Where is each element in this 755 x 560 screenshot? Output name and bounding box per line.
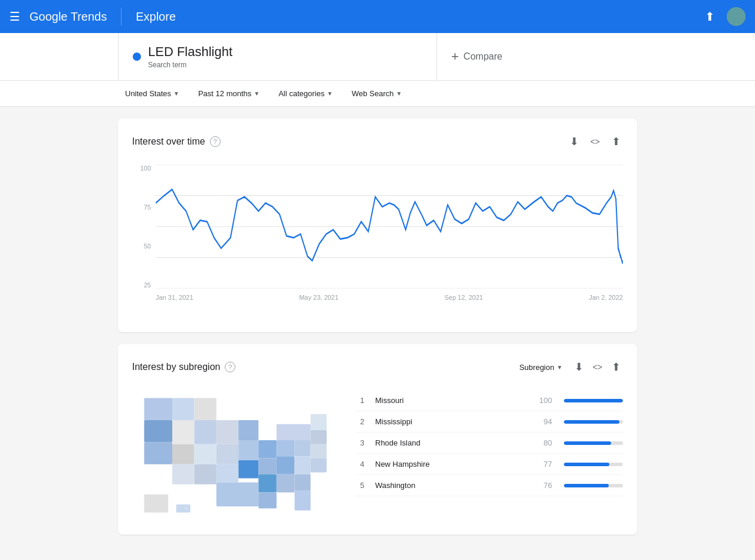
svg-rect-26: [277, 456, 295, 474]
subregion-content: 1 Missouri 100 2 Mississippi 94 3: [132, 390, 623, 520]
svg-rect-31: [311, 414, 327, 430]
x-label-may2021: May 23, 2021: [299, 294, 339, 301]
categories-filter[interactable]: All categories ▼: [271, 86, 340, 101]
time-filter[interactable]: Past 12 months ▼: [191, 86, 267, 101]
interest-by-subregion-header: Interest by subregion ? Subregion ▼ ⬇ <>…: [132, 358, 623, 376]
svg-rect-10: [172, 444, 194, 464]
svg-rect-16: [172, 464, 194, 484]
subregion-type-filter[interactable]: Subregion ▼: [514, 361, 567, 374]
compare-button[interactable]: + Compare: [451, 49, 503, 64]
rank-2: 2: [356, 417, 368, 426]
svg-rect-35: [216, 482, 258, 506]
filters-row: United States ▼ Past 12 months ▼ All cat…: [0, 81, 755, 107]
svg-rect-21: [216, 464, 238, 483]
svg-rect-19: [238, 440, 258, 460]
subregion-help-icon[interactable]: ?: [225, 362, 235, 372]
value-76: 76: [534, 481, 552, 490]
categories-chevron-icon: ▼: [327, 90, 333, 97]
subregion-item-4: 4 New Hampshire 77: [356, 454, 623, 475]
header-share-button[interactable]: ⬆: [703, 7, 717, 26]
us-map-svg: [132, 390, 333, 519]
bar-container-3: [564, 441, 623, 445]
x-label-jan2021: Jan 31, 2021: [156, 294, 193, 301]
svg-rect-17: [194, 464, 216, 484]
y-label-75: 75: [132, 204, 156, 211]
search-type-filter[interactable]: Web Search ▼: [344, 86, 409, 101]
compare-plus-icon: +: [451, 49, 459, 64]
value-94: 94: [534, 417, 552, 426]
search-term-info: LED Flashlight Search term: [148, 44, 232, 69]
svg-rect-37: [294, 490, 310, 510]
svg-rect-25: [277, 440, 295, 456]
google-trends-logo: Google Trends: [29, 10, 107, 24]
download-button[interactable]: ⬇: [567, 133, 581, 150]
svg-rect-9: [172, 420, 194, 444]
svg-rect-29: [294, 456, 310, 474]
chart-y-labels: 100 75 50 25: [132, 165, 156, 289]
header-divider: [121, 8, 122, 25]
share-button[interactable]: ⬆: [609, 133, 623, 150]
time-filter-label: Past 12 months: [198, 89, 251, 98]
svg-rect-38: [311, 459, 327, 473]
categories-filter-label: All categories: [278, 89, 324, 98]
subregion-download-button[interactable]: ⬇: [572, 358, 586, 376]
interest-over-time-help-icon[interactable]: ?: [210, 136, 221, 147]
svg-rect-13: [194, 444, 216, 464]
bar-5: [564, 484, 609, 487]
interest-over-time-header: Interest over time ? ⬇ <> ⬆: [132, 133, 623, 150]
rank-5: 5: [356, 481, 368, 490]
svg-rect-14: [216, 420, 238, 444]
rank-4: 4: [356, 460, 368, 469]
x-label-jan2022: Jan 2, 2022: [589, 294, 623, 301]
subregion-item-3: 3 Rhode Island 80: [356, 433, 623, 454]
y-label-50: 50: [132, 243, 156, 250]
svg-rect-15: [216, 444, 238, 464]
search-type-label: Web Search: [352, 89, 393, 98]
name-missouri: Missouri: [375, 396, 527, 405]
svg-rect-33: [311, 444, 327, 459]
value-100: 100: [534, 396, 552, 405]
subregion-type-label: Subregion: [519, 363, 554, 372]
svg-rect-8: [172, 398, 194, 420]
x-label-sep2021: Sep 12, 2021: [444, 294, 482, 301]
name-washington: Washington: [375, 481, 527, 490]
svg-rect-30: [294, 474, 310, 490]
region-filter-label: United States: [125, 89, 171, 98]
svg-rect-27: [277, 474, 295, 493]
interest-over-time-title: Interest over time ?: [132, 136, 221, 147]
us-map-container: [132, 390, 333, 520]
subregion-share-button[interactable]: ⬆: [609, 358, 623, 376]
name-mississippi: Mississippi: [375, 417, 527, 426]
svg-rect-11: [194, 398, 216, 420]
search-term-dot: [133, 53, 141, 61]
value-77: 77: [534, 460, 552, 469]
bar-container-5: [564, 484, 623, 487]
bar-4: [564, 463, 609, 466]
search-term-bar: LED Flashlight Search term + Compare: [0, 33, 755, 81]
search-term-subtitle: Search term: [148, 61, 232, 69]
svg-rect-18: [238, 420, 258, 440]
svg-rect-28: [294, 440, 310, 456]
sidebar-placeholder: [0, 33, 118, 80]
search-type-chevron-icon: ▼: [396, 90, 402, 97]
svg-rect-24: [258, 474, 277, 493]
svg-rect-7: [144, 442, 172, 464]
embed-button[interactable]: <>: [588, 135, 602, 149]
bar-2: [564, 420, 619, 424]
time-chevron-icon: ▼: [254, 90, 260, 97]
svg-rect-20: [238, 460, 258, 479]
svg-rect-5: [144, 398, 172, 420]
menu-icon[interactable]: ☰: [9, 9, 20, 24]
main-content: Interest over time ? ⬇ <> ⬆ 100 75 50 25: [0, 107, 755, 558]
svg-point-41: [184, 506, 188, 510]
region-filter[interactable]: United States ▼: [118, 86, 186, 101]
subregion-embed-button[interactable]: <>: [590, 360, 605, 374]
value-80: 80: [534, 438, 552, 447]
rank-1: 1: [356, 396, 368, 405]
subregion-item-1: 1 Missouri 100: [356, 390, 623, 411]
chart-x-labels: Jan 31, 2021 May 23, 2021 Sep 12, 2021 J…: [156, 289, 623, 306]
header-profile-button[interactable]: [727, 7, 746, 26]
interest-by-subregion-title: Interest by subregion ?: [132, 362, 235, 372]
name-rhode-island: Rhode Island: [375, 438, 527, 447]
svg-rect-32: [311, 430, 327, 444]
